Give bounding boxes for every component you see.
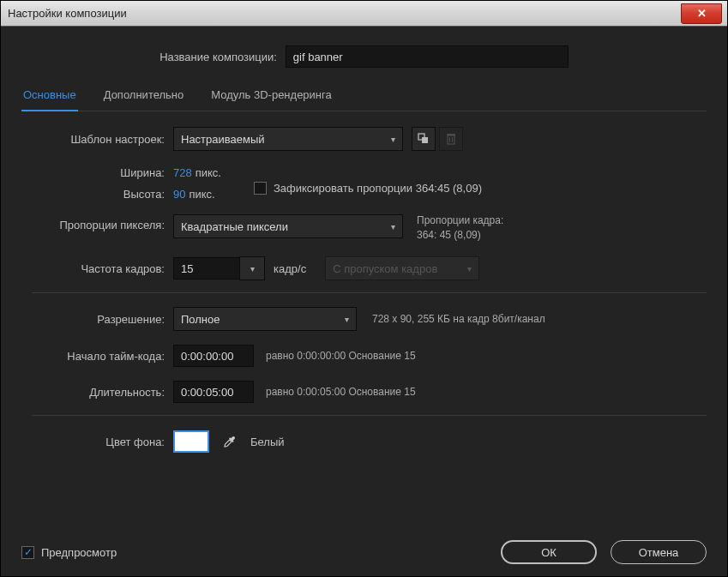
- divider: [32, 292, 707, 293]
- framerate-dropdown-button[interactable]: ▾: [239, 256, 265, 280]
- preset-label: Шаблон настроек:: [32, 133, 165, 146]
- start-timecode-label: Начало тайм-кода:: [32, 350, 165, 363]
- tab-basic[interactable]: Основные: [21, 85, 78, 111]
- svg-rect-1: [422, 137, 428, 143]
- width-row: Ширина: 728 пикс.: [32, 166, 221, 179]
- preset-row: Шаблон настроек: Настраиваемый ▾: [32, 127, 707, 151]
- dialog-body: Название композиции: Основные Дополнител…: [1, 27, 727, 576]
- pixel-aspect-dropdown[interactable]: Квадратные пиксели ▾: [173, 214, 403, 238]
- start-timecode-input[interactable]: [173, 345, 254, 367]
- start-timecode-row: Начало тайм-кода: равно 0:00:00:00 Основ…: [32, 345, 707, 367]
- pixel-aspect-row: Пропорции пикселя: Квадратные пиксели ▾ …: [32, 214, 707, 241]
- frame-aspect-value: 364: 45 (8,09): [417, 229, 503, 241]
- delete-preset-button[interactable]: [439, 127, 463, 151]
- window-title: Настройки композиции: [8, 7, 127, 20]
- framerate-row: Частота кадров: ▾ кадр/с С пропуском кад…: [32, 256, 707, 280]
- height-value[interactable]: 90: [173, 188, 185, 201]
- width-label: Ширина:: [32, 166, 165, 179]
- save-preset-button[interactable]: [412, 127, 436, 151]
- height-label: Высота:: [32, 188, 165, 201]
- pixel-aspect-value: Квадратные пиксели: [181, 220, 288, 233]
- duration-input[interactable]: [173, 381, 254, 403]
- frame-aspect-label: Пропорции кадра:: [417, 214, 503, 226]
- width-value[interactable]: 728: [173, 166, 192, 179]
- start-timecode-info: равно 0:00:00:00 Основание 15: [266, 350, 416, 362]
- preview-label: Предпросмотр: [41, 546, 117, 559]
- chevron-down-icon: ▾: [391, 135, 395, 144]
- tabs: Основные Дополнительно Модуль 3D-рендери…: [21, 85, 707, 111]
- preset-dropdown[interactable]: Настраиваемый ▾: [173, 127, 403, 151]
- composition-name-input[interactable]: [286, 45, 569, 68]
- preview-checkbox[interactable]: [21, 546, 34, 559]
- resolution-dropdown[interactable]: Полное ▾: [173, 307, 357, 331]
- tab-renderer[interactable]: Модуль 3D-рендеринга: [209, 85, 333, 111]
- resolution-value: Полное: [181, 313, 220, 326]
- svg-rect-2: [448, 135, 454, 144]
- bgcolor-label: Цвет фона:: [32, 436, 165, 448]
- preset-value: Настраиваемый: [181, 133, 265, 146]
- framerate-unit: кадр/с: [274, 262, 306, 275]
- dropframe-dropdown: С пропуском кадров ▾: [325, 256, 479, 280]
- chevron-down-icon: ▾: [345, 315, 349, 324]
- duration-info: равно 0:00:05:00 Основание 15: [266, 386, 416, 398]
- resolution-info: 728 x 90, 255 КБ на кадр 8бит/канал: [372, 313, 545, 325]
- bgcolor-row: Цвет фона: Белый: [32, 430, 707, 454]
- duration-label: Длительность:: [32, 386, 165, 399]
- trash-icon: [446, 133, 456, 145]
- ok-button[interactable]: ОК: [501, 540, 597, 564]
- preview-row: Предпросмотр: [21, 546, 117, 559]
- cancel-button[interactable]: Отмена: [611, 540, 707, 564]
- framerate-input[interactable]: [173, 257, 240, 279]
- pixel-aspect-label: Пропорции пикселя:: [32, 214, 165, 231]
- divider: [32, 415, 707, 416]
- height-unit: пикс.: [189, 188, 214, 201]
- bgcolor-swatch[interactable]: [173, 430, 209, 453]
- tab-advanced[interactable]: Дополнительно: [102, 85, 186, 111]
- eyedropper-icon: [223, 435, 237, 448]
- tab-content-basic: Шаблон настроек: Настраиваемый ▾: [21, 127, 707, 462]
- duration-row: Длительность: равно 0:00:05:00 Основание…: [32, 381, 707, 403]
- dialog-footer: Предпросмотр ОК Отмена: [21, 528, 707, 564]
- titlebar: Настройки композиции ✕: [1, 1, 727, 27]
- eyedropper-button[interactable]: [218, 430, 242, 454]
- lock-aspect-checkbox[interactable]: [254, 182, 267, 195]
- chevron-down-icon: ▾: [250, 264, 255, 273]
- composition-name-row: Название композиции:: [21, 45, 707, 68]
- close-button[interactable]: ✕: [681, 3, 722, 24]
- svg-rect-3: [447, 134, 455, 135]
- dropframe-value: С пропуском кадров: [333, 262, 437, 275]
- save-preset-icon: [418, 133, 430, 145]
- composition-settings-dialog: Настройки композиции ✕ Название композиц…: [0, 0, 728, 577]
- resolution-label: Разрешение:: [32, 313, 165, 326]
- composition-name-label: Название композиции:: [159, 51, 277, 63]
- lock-aspect-label: Зафиксировать пропорции 364:45 (8,09): [274, 182, 482, 195]
- close-icon: ✕: [697, 7, 707, 20]
- chevron-down-icon: ▾: [391, 222, 395, 231]
- height-row: Высота: 90 пикс.: [32, 188, 221, 201]
- lock-aspect-row: Зафиксировать пропорции 364:45 (8,09): [254, 182, 482, 195]
- resolution-row: Разрешение: Полное ▾ 728 x 90, 255 КБ на…: [32, 307, 707, 331]
- chevron-down-icon: ▾: [467, 264, 472, 273]
- width-unit: пикс.: [196, 166, 221, 179]
- framerate-label: Частота кадров:: [32, 262, 165, 275]
- bgcolor-name: Белый: [250, 436, 285, 448]
